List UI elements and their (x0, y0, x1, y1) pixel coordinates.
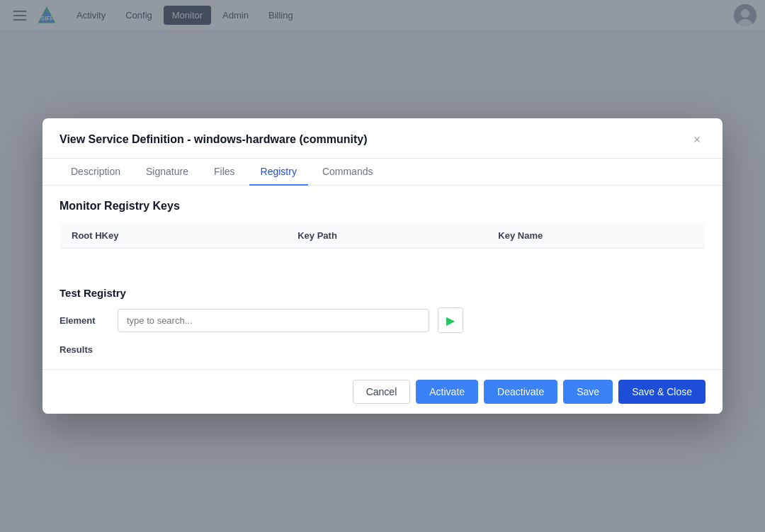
col-root-hkey: Root HKey (60, 223, 287, 249)
col-key-name: Key Name (487, 223, 705, 249)
col-key-path: Key Path (286, 223, 487, 249)
modal-title: View Service Definition - windows-hardwa… (60, 133, 367, 146)
modal-overlay: View Service Definition - windows-hardwa… (0, 0, 765, 532)
save-button[interactable]: Save (563, 380, 613, 404)
registry-section-title: Monitor Registry Keys (60, 200, 706, 213)
activate-button[interactable]: Activate (416, 380, 478, 404)
modal-header: View Service Definition - windows-hardwa… (42, 118, 722, 159)
test-search-input[interactable] (118, 309, 429, 332)
results-label: Results (60, 344, 706, 355)
play-icon: ▶ (446, 314, 455, 327)
registry-table: Root HKey Key Path Key Name (60, 222, 706, 270)
cancel-button[interactable]: Cancel (353, 380, 411, 404)
run-test-button[interactable]: ▶ (438, 307, 463, 333)
modal-body: Monitor Registry Keys Root HKey Key Path… (42, 186, 722, 369)
element-label: Element (60, 315, 109, 326)
modal-tabs: Description Signature Files Registry Com… (42, 159, 722, 186)
tab-commands[interactable]: Commands (311, 159, 385, 186)
deactivate-button[interactable]: Deactivate (484, 380, 557, 404)
save-close-button[interactable]: Save & Close (618, 380, 706, 404)
tab-registry[interactable]: Registry (249, 159, 308, 186)
tab-signature[interactable]: Signature (135, 159, 200, 186)
modal-footer: Cancel Activate Deactivate Save Save & C… (42, 369, 722, 414)
modal-dialog: View Service Definition - windows-hardwa… (42, 118, 722, 414)
registry-empty-row (60, 249, 706, 270)
modal-close-button[interactable]: × (688, 131, 706, 148)
test-registry-title: Test Registry (60, 287, 706, 299)
tab-files[interactable]: Files (203, 159, 246, 186)
tab-description[interactable]: Description (60, 159, 132, 186)
test-element-row: Element ▶ (60, 307, 706, 333)
